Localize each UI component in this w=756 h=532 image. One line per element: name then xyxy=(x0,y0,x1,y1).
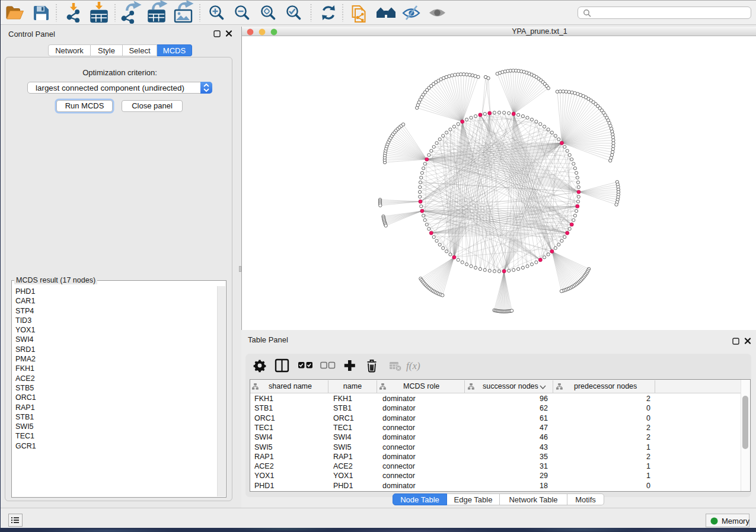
svg-text:f(x): f(x) xyxy=(406,360,420,371)
